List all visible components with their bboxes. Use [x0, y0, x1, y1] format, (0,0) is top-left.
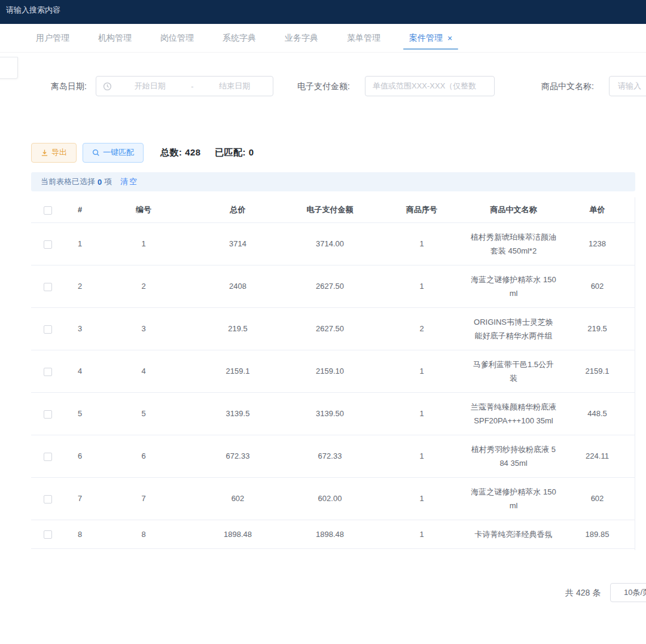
table-row[interactable]: 442159.12159.101马爹利蓝带干邑1.5公升装2159.1	[31, 350, 635, 392]
row-checkbox[interactable]	[44, 368, 52, 376]
col-unit-price: 单价	[559, 197, 635, 222]
cell-epay: 602.00	[284, 477, 376, 520]
tab-org[interactable]: 机构管理	[97, 24, 133, 53]
cell-num: 6	[64, 435, 96, 477]
tab-post[interactable]: 岗位管理	[159, 24, 195, 53]
tab-label: 岗位管理	[160, 33, 194, 44]
page-size-select[interactable]: 10条/页	[610, 583, 646, 602]
tab-label: 机构管理	[98, 33, 132, 44]
row-checkbox[interactable]	[44, 453, 52, 461]
table-row[interactable]: 1137143714.001植村秀新琥珀臻萃洁颜油套装 450ml*21238	[31, 222, 635, 265]
cell-total: 1898.48	[191, 520, 284, 548]
cell-num: 4	[64, 350, 96, 392]
match-summary: 总数: 428 已匹配: 0	[160, 147, 254, 158]
date-end-placeholder[interactable]: 结束日期	[197, 81, 273, 91]
row-checkbox[interactable]	[44, 240, 52, 249]
cell-name: 海蓝之谜修护精萃水 150ml	[468, 265, 559, 307]
tab-label: 业务字典	[285, 33, 318, 44]
cell-code: 7	[96, 477, 191, 520]
tab-bizdict[interactable]: 业务字典	[284, 24, 319, 53]
matched-value: 0	[249, 147, 254, 157]
cell-total: 3714	[191, 222, 284, 265]
cell-unit: 2159.1	[559, 350, 635, 392]
tab-menu[interactable]: 菜单管理	[346, 24, 382, 53]
cell-name: 植村秀羽纱持妆粉底液 584 35ml	[468, 435, 559, 477]
table-row[interactable]: 553139.53139.501兰蔻菁纯臻颜精华粉底液SPF20PA+++100…	[31, 392, 635, 435]
cell-unit: 224.11	[559, 435, 635, 477]
cell-seq: 1	[376, 265, 468, 307]
cell-num: 5	[64, 392, 96, 435]
cell-num: 8	[64, 520, 96, 548]
col-epay-amount: 电子支付金额	[284, 197, 376, 222]
row-checkbox[interactable]	[44, 283, 52, 291]
cell-total: 602	[191, 477, 284, 520]
cell-seq: 1	[376, 222, 468, 265]
cell-num: 1	[64, 222, 96, 265]
table-row[interactable]: 2224082627.501海蓝之谜修护精萃水 150ml602	[31, 265, 635, 307]
export-button[interactable]: 导出	[31, 143, 77, 163]
date-range-input[interactable]: 开始日期 - 结束日期	[96, 76, 273, 96]
row-checkbox[interactable]	[44, 530, 52, 539]
amount-placeholder: 单值或范围XXX-XXX（仅整数	[373, 81, 476, 91]
cell-unit: 448.5	[559, 392, 635, 435]
cell-name: 海蓝之谜修护精萃水 150ml	[468, 477, 559, 520]
cell-unit: 602	[559, 265, 635, 307]
table-row[interactable]: 77602602.001海蓝之谜修护精萃水 150ml602	[31, 477, 635, 520]
table-row[interactable]: 33219.52627.502ORIGINS韦博士灵芝焕能好底子精华水两件组21…	[31, 307, 635, 350]
selection-suffix: 项	[104, 176, 112, 187]
export-label: 导出	[51, 147, 67, 158]
clear-selection-link[interactable]: 清空	[120, 176, 138, 187]
cell-seq: 1	[376, 477, 468, 520]
topbar: 请输入搜索内容	[0, 0, 646, 24]
cell-name: ORIGINS韦博士灵芝焕能好底子精华水两件组	[468, 307, 559, 350]
cell-num: 7	[64, 477, 96, 520]
select-all-checkbox[interactable]	[44, 206, 52, 215]
row-checkbox[interactable]	[44, 495, 52, 503]
cell-epay: 672.33	[284, 435, 376, 477]
filter-row: 离岛日期: 开始日期 - 结束日期 电子支付金额: 单值或范围XXX-XXX（仅…	[0, 76, 646, 96]
cell-unit: 1238	[559, 222, 635, 265]
col-code: 编号	[96, 197, 191, 222]
col-item-seq: 商品序号	[376, 197, 468, 222]
tab-label: 菜单管理	[347, 33, 380, 44]
cell-total: 3139.5	[191, 392, 284, 435]
cell-code: 1	[96, 222, 191, 265]
global-search-input[interactable]: 请输入搜索内容	[0, 0, 60, 16]
row-checkbox[interactable]	[44, 325, 52, 334]
tab-user[interactable]: 用户管理	[35, 24, 71, 53]
cell-total: 219.5	[191, 307, 284, 350]
total-label: 总数:	[160, 147, 182, 157]
cell-epay: 3714.00	[284, 222, 376, 265]
cell-epay: 3139.50	[284, 392, 376, 435]
tab-case[interactable]: 案件管理×	[408, 24, 453, 53]
cell-seq: 1	[376, 435, 468, 477]
tab-sysdict[interactable]: 系统字典	[221, 24, 257, 53]
amount-filter-label: 电子支付金额:	[297, 76, 350, 96]
table-row[interactable]: 881898.481898.481卡诗菁纯亮泽经典香氛189.85	[31, 520, 635, 548]
pagination: 共 428 条 10条/页	[0, 583, 646, 603]
product-name-filter-label: 商品中文名称:	[541, 76, 594, 96]
cell-unit: 602	[559, 477, 635, 520]
tabbar: 用户管理机构管理岗位管理系统字典业务字典菜单管理案件管理×	[0, 24, 646, 53]
cell-seq: 1	[376, 392, 468, 435]
search-icon	[92, 149, 100, 157]
tab-close-icon[interactable]: ×	[447, 33, 452, 43]
cell-unit: 189.85	[559, 520, 635, 548]
amount-input[interactable]: 单值或范围XXX-XXX（仅整数	[365, 76, 495, 96]
table-row[interactable]: 66672.33672.331植村秀羽纱持妆粉底液 584 35ml224.11	[31, 435, 635, 477]
one-key-match-button[interactable]: 一键匹配	[83, 143, 144, 163]
product-name-input[interactable]: 请输入	[609, 76, 646, 96]
col-item-name: 商品中文名称	[468, 197, 559, 222]
cell-seq: 1	[376, 520, 468, 548]
tab-label: 用户管理	[36, 33, 69, 44]
page-size-value: 10条/页	[624, 587, 646, 598]
clock-icon	[103, 82, 112, 91]
cell-code: 3	[96, 307, 191, 350]
cell-name: 植村秀新琥珀臻萃洁颜油套装 450ml*2	[468, 222, 559, 265]
selection-prefix: 当前表格已选择	[41, 176, 95, 187]
cell-num: 3	[64, 307, 96, 350]
cell-total: 2408	[191, 265, 284, 307]
date-start-placeholder[interactable]: 开始日期	[112, 81, 188, 91]
row-checkbox[interactable]	[44, 410, 52, 419]
cell-epay: 2627.50	[284, 307, 376, 350]
